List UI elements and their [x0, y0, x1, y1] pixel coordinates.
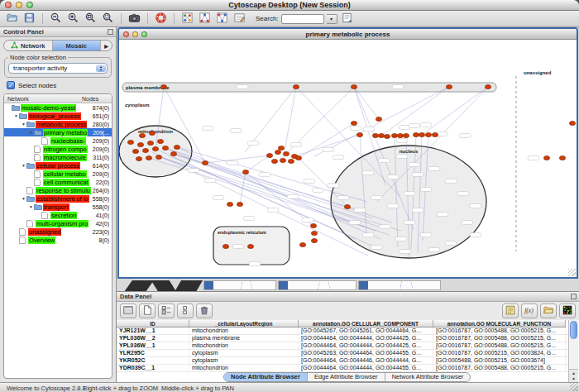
network-node[interactable]	[485, 84, 490, 88]
table-row[interactable]: YKR052Ccytoplasm[GO:0044464, GO:0044446,…	[117, 357, 579, 365]
function-builder-button[interactable]: f(x)	[521, 304, 538, 318]
zoom-out-button[interactable]	[48, 12, 64, 26]
table-row[interactable]: YDR039C__1mitochondrion[GO:0044464, GO:0…	[117, 365, 579, 372]
network-node[interactable]	[569, 121, 575, 125]
tab-edge-attribute-browser[interactable]: Edge Attribute Browser	[308, 373, 385, 381]
net-zoom-button[interactable]	[141, 31, 147, 37]
network-node[interactable]	[299, 242, 305, 246]
titlebar[interactable]: Cytoscape Desktop (New Session)	[0, 0, 579, 11]
network-node[interactable]	[223, 244, 228, 248]
tree-row[interactable]: ▼establishment of lo558(0)	[4, 194, 112, 203]
float-panel-icon[interactable]	[571, 294, 577, 299]
tab-node-attribute-browser[interactable]: Node Attribute Browser	[224, 373, 308, 381]
network-node[interactable]	[446, 84, 452, 88]
network-node[interactable]	[376, 117, 381, 121]
network-view-window[interactable]: primary metabolic process plasma membran…	[117, 27, 578, 279]
network-edge[interactable]	[314, 87, 449, 156]
snapshot-button[interactable]	[127, 12, 142, 26]
network-node[interactable]	[283, 151, 289, 155]
network-node[interactable]	[413, 132, 419, 136]
network-node[interactable]	[378, 133, 384, 137]
search-config-button[interactable]	[339, 12, 355, 26]
zoom-selected-button[interactable]	[83, 12, 98, 26]
network-node[interactable]	[242, 170, 248, 174]
tree-row[interactable]: Overview8(0)	[4, 236, 112, 244]
attribute-import-button[interactable]	[540, 304, 557, 318]
save-button[interactable]	[22, 12, 37, 26]
tree-row[interactable]: response to stimulu264(0)	[4, 186, 112, 194]
tree-row[interactable]: unassigned223(0)	[4, 227, 112, 236]
network-node[interactable]	[170, 151, 176, 155]
network-node[interactable]	[384, 134, 390, 138]
tree-row[interactable]: cell communicat22(0)	[4, 178, 112, 186]
column-header[interactable]: annotation.GO MOLECULAR_FUNCTION	[433, 320, 566, 327]
network-node[interactable]	[559, 155, 565, 160]
zoom-button[interactable]	[26, 2, 33, 8]
network-node[interactable]	[351, 121, 356, 125]
network-node[interactable]	[397, 133, 403, 137]
network-node[interactable]	[356, 132, 362, 136]
attribute-select-button[interactable]	[120, 304, 136, 318]
network-window-titlebar[interactable]: primary metabolic process	[119, 29, 577, 40]
tree-row[interactable]: nitrogen compo209(0)	[4, 145, 112, 153]
node-color-dropdown[interactable]: transporter activity ▲▼	[8, 63, 108, 74]
network-node[interactable]	[146, 155, 151, 160]
tree-row[interactable]: multi-organism pro42(0)	[4, 219, 112, 227]
open-button[interactable]	[4, 12, 20, 26]
table-row[interactable]: YPL036W__1mitochondrion[GO:0044464, GO:0…	[117, 342, 579, 350]
trash-button[interactable]	[196, 304, 213, 318]
attribute-delete-button[interactable]	[158, 304, 175, 318]
zoom-in-button[interactable]	[65, 12, 81, 26]
table-row[interactable]: YJR121W__1mitochondrion[GO:0045267, GO:0…	[117, 327, 579, 335]
network-node[interactable]	[152, 146, 158, 151]
network-node[interactable]	[543, 155, 549, 160]
background-window[interactable]	[278, 280, 356, 290]
annotation-button[interactable]	[232, 12, 247, 26]
tree-row[interactable]: secretion41(0)	[4, 211, 112, 219]
network-node[interactable]	[391, 133, 397, 137]
column-header[interactable]: ID	[117, 320, 189, 327]
vizmapper-button[interactable]	[179, 12, 195, 26]
network-canvas[interactable]: plasma membranecytoplasmmitochondrionnuc…	[119, 40, 577, 277]
tree-row[interactable]: macromolecule311(0)	[4, 153, 112, 161]
show-all-button[interactable]	[214, 12, 230, 26]
network-node[interactable]	[311, 231, 317, 235]
tree-expand-icon[interactable]: ▼	[21, 122, 26, 127]
network-node[interactable]	[266, 153, 272, 157]
float-panel-icon[interactable]	[108, 29, 113, 35]
tree-expand-icon[interactable]: ▼	[21, 196, 26, 201]
zoom-fit-button[interactable]	[100, 12, 116, 26]
network-edge[interactable]	[422, 87, 488, 135]
select-nodes-checkbox[interactable]: ✓	[7, 81, 15, 89]
network-node[interactable]	[142, 148, 148, 152]
network-node[interactable]	[432, 132, 438, 136]
network-node[interactable]	[137, 142, 143, 146]
tree-row[interactable]: mosaic-demo-yeast874(0)	[4, 103, 112, 112]
attribute-editor-button[interactable]	[502, 304, 519, 318]
network-node[interactable]	[311, 238, 317, 242]
heatmap-button[interactable]	[559, 304, 576, 318]
net-close-button[interactable]	[123, 31, 129, 37]
tree-col-network[interactable]: Network	[7, 96, 82, 102]
network-node[interactable]	[280, 158, 285, 162]
scrollbar-arrows[interactable]: ▲▼	[569, 369, 578, 382]
tree-expand-icon[interactable]: ▼	[13, 113, 19, 118]
network-node[interactable]	[147, 141, 153, 145]
network-node[interactable]	[227, 202, 232, 206]
tree-col-nodes[interactable]: Nodes	[82, 96, 108, 102]
network-node[interactable]	[237, 202, 242, 206]
tab-network-attribute-browser[interactable]: Network Attribute Browser	[385, 373, 471, 381]
table-row[interactable]: YPL036W__2plasma membrane[GO:0044464, GO…	[117, 335, 579, 342]
search-dropdown-button[interactable]: ▾	[327, 14, 337, 24]
network-node[interactable]	[132, 149, 138, 153]
tree-expand-icon[interactable]: ▼	[28, 130, 34, 135]
network-node[interactable]	[271, 159, 277, 163]
attribute-new-button[interactable]	[139, 304, 156, 318]
background-window[interactable]	[358, 280, 441, 290]
table-row[interactable]: YLR295Ccytoplasm[GO:0045263, GO:0044464,…	[117, 350, 579, 357]
close-button[interactable]	[5, 2, 12, 8]
tree-row[interactable]: ▼biological_process651(0)	[4, 112, 112, 120]
tree-expand-icon[interactable]: ▼	[28, 204, 34, 209]
background-window[interactable]	[203, 280, 276, 290]
network-node[interactable]	[293, 84, 299, 88]
